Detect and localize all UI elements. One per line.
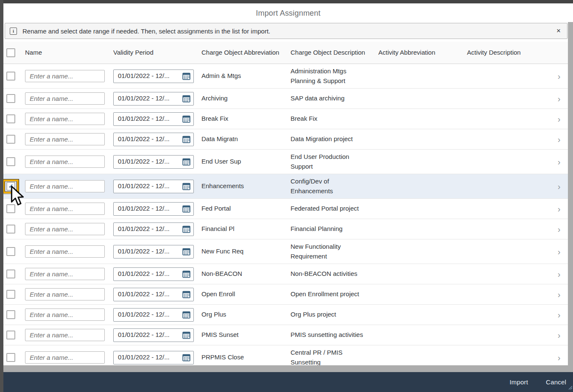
calendar-icon[interactable] — [182, 158, 190, 166]
calendar-icon[interactable] — [182, 225, 190, 233]
horizontal-scrollbar[interactable] — [3, 365, 568, 372]
name-input[interactable] — [25, 92, 105, 105]
chevron-right-icon[interactable]: › — [558, 270, 561, 278]
calendar-icon[interactable] — [182, 72, 190, 80]
validity-period-input[interactable]: 01/01/2022 - 12/... — [113, 155, 194, 169]
charge-object-abbreviation-cell: Archiving — [198, 89, 287, 108]
table-row: 01/01/2022 - 12/... Open Enroll Open Enr… — [3, 284, 568, 305]
validity-period-input[interactable]: 01/01/2022 - 12/... — [113, 92, 194, 106]
chevron-right-icon[interactable]: › — [558, 290, 561, 299]
dialog-footer: Import Cancel — [3, 372, 573, 392]
name-input[interactable] — [25, 180, 105, 192]
validity-period-input[interactable]: 01/01/2022 - 12/... — [113, 222, 194, 236]
calendar-icon[interactable] — [182, 115, 190, 123]
charge-object-abbreviation-cell: New Func Req — [198, 239, 287, 264]
validity-cell: 01/01/2022 - 12/... — [110, 174, 198, 198]
select-all-checkbox[interactable] — [6, 48, 15, 57]
validity-period-input[interactable]: 01/01/2022 - 12/... — [113, 288, 194, 301]
column-header-validity-period: Validity Period — [110, 42, 198, 64]
chevron-right-icon[interactable]: › — [558, 72, 561, 81]
vertical-scrollbar[interactable] — [568, 22, 573, 372]
column-header-activity-abbreviation: Activity Abbreviation — [375, 42, 464, 64]
validity-period-input[interactable]: 01/01/2022 - 12/... — [113, 328, 194, 342]
chevron-right-icon[interactable]: › — [558, 115, 561, 123]
row-checkbox[interactable] — [6, 204, 15, 213]
import-button[interactable]: Import — [509, 378, 528, 386]
calendar-icon[interactable] — [182, 205, 190, 213]
chevron-right-icon[interactable]: › — [558, 135, 561, 144]
activity-abbreviation-cell — [375, 239, 464, 264]
cancel-button[interactable]: Cancel — [546, 378, 566, 386]
validity-period-input[interactable]: 01/01/2022 - 12/... — [113, 245, 194, 259]
name-cell — [22, 284, 110, 304]
row-checkbox[interactable] — [6, 157, 15, 166]
row-checkbox[interactable] — [6, 72, 15, 81]
row-checkbox[interactable] — [6, 290, 15, 299]
row-checkbox[interactable] — [6, 94, 15, 103]
charge-object-abbreviation-cell: Admin & Mtgs — [198, 64, 287, 88]
row-checkbox[interactable] — [6, 331, 15, 339]
row-checkbox[interactable] — [6, 270, 15, 278]
name-input[interactable] — [25, 113, 105, 125]
row-checkbox[interactable] — [6, 135, 15, 144]
chevron-right-icon[interactable]: › — [558, 311, 561, 319]
name-input[interactable] — [25, 329, 105, 341]
row-checkbox[interactable] — [6, 114, 15, 123]
charge-object-description-cell: New Functionality Requirement — [287, 239, 375, 264]
chevron-right-icon[interactable]: › — [558, 182, 561, 191]
validity-period-input[interactable]: 01/01/2022 - 12/... — [113, 133, 194, 146]
validity-cell: 01/01/2022 - 12/... — [110, 109, 198, 129]
name-input[interactable] — [25, 70, 105, 82]
row-checkbox[interactable] — [6, 353, 15, 362]
row-checkbox[interactable]: ✓ — [6, 182, 15, 191]
validity-period-input[interactable]: 01/01/2022 - 12/... — [113, 180, 194, 193]
name-input[interactable] — [25, 203, 105, 215]
name-input[interactable] — [25, 309, 105, 321]
chevron-right-icon[interactable]: › — [558, 158, 561, 166]
calendar-icon[interactable] — [182, 290, 190, 298]
validity-period-input[interactable]: 01/01/2022 - 12/... — [113, 351, 194, 364]
row-checkbox[interactable] — [6, 225, 15, 234]
validity-period-input[interactable]: 01/01/2022 - 12/... — [113, 308, 194, 322]
name-input[interactable] — [25, 133, 105, 145]
charge-object-description-cell: Config/Dev of Enhancements — [287, 174, 375, 198]
validity-period-value: 01/01/2022 - 12/... — [118, 353, 170, 362]
chevron-right-icon[interactable]: › — [558, 353, 561, 362]
table-row: 01/01/2022 - 12/... Data Migratn Data Mi… — [3, 129, 568, 150]
table-row: 01/01/2022 - 12/... End User Sup End Use… — [3, 150, 568, 174]
row-select-cell — [3, 284, 22, 304]
calendar-icon[interactable] — [182, 135, 190, 143]
validity-period-input[interactable]: 01/01/2022 - 12/... — [113, 267, 194, 281]
chevron-right-icon[interactable]: › — [558, 225, 561, 234]
validity-period-value: 01/01/2022 - 12/... — [118, 247, 170, 256]
name-input[interactable] — [25, 288, 105, 300]
name-input[interactable] — [25, 156, 105, 168]
calendar-icon[interactable] — [182, 247, 190, 256]
validity-period-input[interactable]: 01/01/2022 - 12/... — [113, 112, 194, 126]
row-select-cell — [3, 345, 22, 365]
chevron-right-icon[interactable]: › — [558, 205, 561, 213]
chevron-right-icon[interactable]: › — [558, 247, 561, 256]
charge-object-abbreviation-cell: Org Plus — [198, 305, 287, 325]
row-checkbox[interactable] — [6, 247, 15, 256]
name-input[interactable] — [25, 268, 105, 280]
calendar-icon[interactable] — [182, 353, 190, 361]
name-input[interactable] — [25, 351, 105, 364]
validity-period-input[interactable]: 01/01/2022 - 12/... — [113, 70, 194, 83]
close-icon[interactable]: × — [554, 27, 563, 35]
chevron-right-icon[interactable]: › — [558, 331, 561, 339]
calendar-icon[interactable] — [182, 331, 190, 339]
row-detail-cell: › — [550, 129, 568, 149]
activity-abbreviation-cell — [375, 284, 464, 304]
calendar-icon[interactable] — [182, 311, 190, 319]
chevron-right-icon[interactable]: › — [558, 95, 561, 103]
name-input[interactable] — [25, 245, 105, 258]
calendar-icon[interactable] — [182, 95, 190, 103]
name-input[interactable] — [25, 223, 105, 235]
calendar-icon[interactable] — [182, 270, 190, 278]
validity-period-input[interactable]: 01/01/2022 - 12/... — [113, 202, 194, 216]
row-checkbox[interactable] — [6, 310, 15, 319]
activity-description-cell — [464, 219, 550, 239]
resize-grip-icon[interactable] — [567, 384, 573, 392]
calendar-icon[interactable] — [182, 182, 190, 190]
